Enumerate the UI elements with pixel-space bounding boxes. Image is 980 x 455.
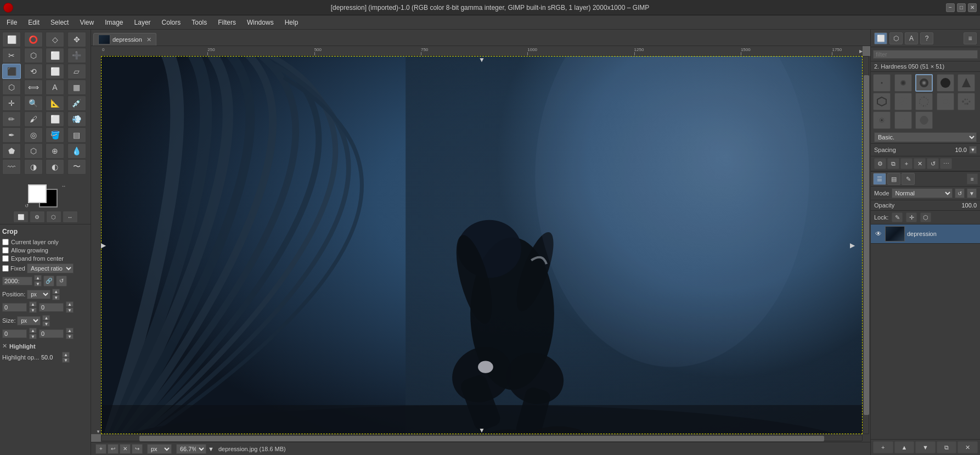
tool-flip[interactable]: ⟺ — [24, 80, 43, 95]
fixed-value-down[interactable]: ▼ — [34, 281, 42, 287]
quick-mask-button[interactable]: ⬡ — [46, 211, 61, 223]
brush-item[interactable] — [894, 93, 912, 110]
position-y-input[interactable] — [39, 303, 64, 312]
size-x-up[interactable]: ▲ — [29, 328, 37, 333]
position-unit-down[interactable]: ▼ — [52, 295, 60, 300]
right-panel-menu[interactable]: ≡ — [964, 32, 977, 44]
win-close-button[interactable]: ✕ — [968, 3, 977, 12]
brush-tag-dropdown[interactable]: Basic. — [874, 132, 977, 142]
tool-paintbrush[interactable]: 🖌 — [24, 111, 43, 127]
menu-item-colors[interactable]: Colors — [157, 18, 185, 27]
brushes-tab[interactable]: ⬜ — [874, 32, 887, 44]
reset-button[interactable]: ↺ — [56, 276, 67, 287]
zoom-level-select[interactable]: 66.7% 100% 50% 25% 200% — [176, 444, 206, 454]
fixed-value-input[interactable] — [2, 277, 32, 285]
brush-new-button[interactable]: + — [900, 158, 913, 169]
tool-free-select[interactable]: ◇ — [46, 32, 64, 47]
menu-item-help[interactable]: Help — [280, 18, 303, 27]
patterns-tab[interactable]: ⬡ — [889, 32, 903, 44]
brush-item[interactable] — [873, 111, 891, 129]
resize-button[interactable]: ↔ — [63, 211, 78, 223]
brush-item[interactable] — [915, 93, 933, 110]
scroll-thumb-v[interactable] — [864, 75, 869, 414]
brush-more-button[interactable]: ⋯ — [940, 158, 952, 169]
size-y-input[interactable] — [39, 329, 64, 338]
fixed-value-up[interactable]: ▲ — [34, 275, 42, 280]
tool-desaturate[interactable]: ◐ — [46, 159, 64, 175]
size-x-down[interactable]: ▼ — [29, 334, 37, 339]
tool-perspective-clone[interactable]: ⬡ — [24, 143, 43, 159]
brush-item[interactable] — [958, 93, 975, 110]
tool-warp-transform[interactable]: 〜 — [67, 159, 86, 175]
tool-myprint[interactable]: ◎ — [24, 127, 43, 143]
brush-item[interactable] — [873, 74, 891, 92]
mode-reset-button[interactable]: ↺ — [955, 188, 965, 198]
brush-item[interactable] — [873, 93, 891, 110]
tool-dodge[interactable]: ◑ — [24, 159, 43, 175]
aspect-ratio-select[interactable]: Aspect ratio Width Height Size — [27, 263, 74, 273]
highlight-close-button[interactable]: ✕ — [2, 342, 7, 350]
menu-item-tools[interactable]: Tools — [187, 18, 211, 27]
scroll-thumb-h[interactable] — [139, 436, 824, 441]
tool-perspective[interactable]: ⬡ — [2, 80, 21, 95]
fonts-tab[interactable]: A — [905, 32, 918, 44]
tool-convolve[interactable]: 💧 — [67, 143, 86, 159]
brush-item[interactable] — [937, 74, 954, 92]
win-maximize-button[interactable]: □ — [957, 3, 966, 12]
allow-growing-checkbox[interactable] — [2, 247, 9, 254]
foreground-color-swatch[interactable] — [28, 184, 47, 203]
menu-item-layer[interactable]: Layer — [130, 18, 155, 27]
layer-new-button[interactable]: + — [873, 441, 893, 453]
tool-foreground-select[interactable]: ⬡ — [24, 48, 43, 63]
tool-ellipse-select[interactable]: ⭕ — [24, 32, 43, 47]
swap-colors-button[interactable]: ↔ — [61, 183, 66, 189]
tool-fuzzy-select[interactable]: ✥ — [67, 32, 86, 47]
menu-item-windows[interactable]: Windows — [243, 18, 278, 27]
position-x-input[interactable] — [2, 303, 27, 312]
menu-item-image[interactable]: Image — [100, 18, 127, 27]
help-tab[interactable]: ? — [920, 32, 933, 44]
layer-duplicate-button[interactable]: ⧉ — [937, 441, 957, 453]
brush-item[interactable] — [894, 111, 912, 129]
tool-rect-select[interactable]: ⬜ — [2, 32, 21, 47]
tool-gradient[interactable]: ▤ — [67, 127, 86, 143]
chain-button[interactable]: 🔗 — [43, 276, 54, 287]
tool-zoom[interactable]: 🔍 — [24, 96, 43, 111]
layer-item[interactable]: 👁 depression — [871, 224, 980, 244]
position-y-down[interactable]: ▼ — [66, 307, 74, 313]
layer-visibility-toggle[interactable]: 👁 — [874, 229, 883, 238]
menu-item-edit[interactable]: Edit — [24, 18, 44, 27]
layer-delete-button[interactable]: ✕ — [958, 441, 978, 453]
config-button[interactable]: ⚙ — [30, 211, 45, 223]
channels-tab[interactable]: ▤ — [887, 173, 900, 185]
brush-item[interactable] — [915, 111, 933, 129]
layers-tab[interactable]: ☰ — [873, 173, 886, 185]
images-button[interactable]: ⬜ — [13, 211, 29, 223]
status-unit-select[interactable]: px in mm — [147, 444, 172, 454]
layers-panel-menu[interactable]: ≡ — [967, 173, 978, 184]
tool-color-by-color[interactable]: ⬜ — [46, 48, 64, 63]
tool-shear[interactable]: ▱ — [67, 64, 86, 79]
mode-down-button[interactable]: ▼ — [967, 188, 977, 198]
brush-settings-button[interactable]: ⚙ — [874, 158, 886, 169]
current-layer-only-checkbox[interactable] — [2, 239, 9, 245]
size-unit-down[interactable]: ▼ — [42, 321, 50, 327]
canvas-scrollbar-horizontal[interactable] — [101, 434, 863, 442]
tool-align[interactable]: ▦ — [67, 80, 86, 95]
image-tab[interactable]: depression ✕ — [93, 33, 156, 46]
tool-smudge[interactable]: 〰 — [2, 159, 21, 175]
tool-text[interactable]: A — [46, 80, 64, 95]
lock-pixels-button[interactable]: ✎ — [892, 212, 903, 222]
expand-from-center-checkbox[interactable] — [2, 255, 9, 262]
scroll-track-v[interactable] — [863, 56, 869, 434]
tool-crop[interactable]: ⬛ — [2, 64, 21, 79]
canvas-scrollbar-vertical[interactable] — [863, 56, 870, 434]
status-redo-button[interactable]: ↪ — [132, 444, 143, 454]
tool-rotate[interactable]: ⟲ — [24, 64, 43, 79]
position-y-up[interactable]: ▲ — [66, 301, 74, 307]
highlight-opacity-up[interactable]: ▲ — [62, 352, 70, 357]
tool-move[interactable]: ✛ — [2, 96, 21, 111]
tool-clone[interactable]: ⊕ — [46, 143, 64, 159]
scroll-track-h[interactable] — [101, 435, 863, 441]
layer-raise-button[interactable]: ▲ — [894, 441, 915, 453]
